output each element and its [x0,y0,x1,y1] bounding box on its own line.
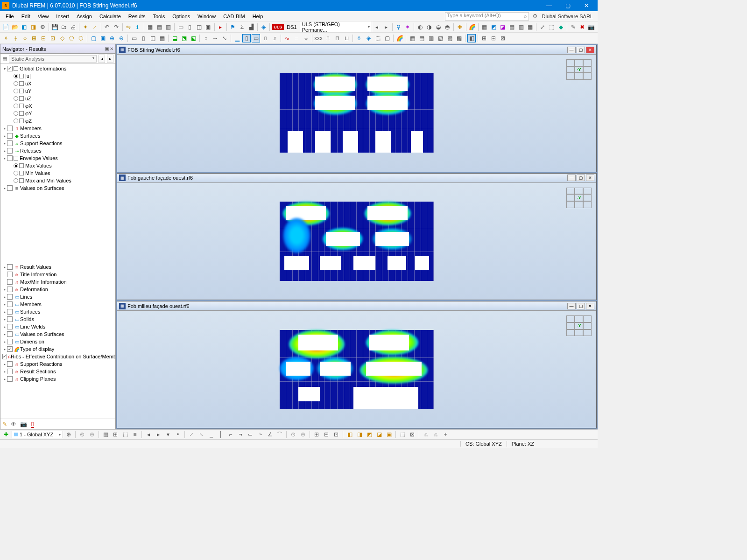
view-header-1[interactable]: ▦ FOB Stiring Wendel.rf6 —▢✕ [117,45,596,55]
tree-members[interactable]: Members [20,126,42,131]
bt-4[interactable]: ▦ [101,430,110,439]
d-12[interactable]: Ribs - Effective Contribution on Surface… [11,354,115,359]
bt-28[interactable]: ◨ [355,430,364,439]
t2-f[interactable]: ⊡ [49,34,57,42]
tree-ux[interactable]: uX [25,81,31,86]
cb-d6[interactable] [7,309,13,315]
tree-surfaces[interactable]: Surfaces [20,133,40,139]
shade-icon[interactable]: ◆ [557,23,565,31]
tab-views-icon[interactable]: 📷 [20,421,27,427]
menu-edit[interactable]: Edit [18,13,34,20]
cb-d0[interactable] [7,264,13,270]
bt-axis-icon[interactable]: ✚ [2,430,10,439]
d-14[interactable]: Result Sections [20,369,56,374]
flag-icon[interactable]: ⚑ [229,23,237,31]
t2-ag[interactable]: ⎍ [324,34,332,42]
show3-icon[interactable]: ◒ [434,23,443,31]
t2-v[interactable]: ↔ [211,34,219,42]
results-tree[interactable]: ▾Global Deformations |u| uX uY uZ φX φY … [0,64,115,419]
t2-ax[interactable]: ⊠ [499,34,507,42]
view-header-3[interactable]: ▦ Fob milieu façade ouest.rf6 —▢✕ [117,301,596,311]
cb-support[interactable] [7,140,13,146]
filter1-icon[interactable]: ⚲ [395,23,403,31]
t2-c[interactable]: ⟐ [21,34,29,42]
d-4[interactable]: Lines [20,294,32,300]
tree-u[interactable]: |u| [25,73,31,79]
info-icon[interactable]: ℹ [134,23,142,31]
t2-t[interactable]: ⬕ [189,34,197,42]
menu-assign[interactable]: Assign [73,13,96,20]
table3-icon[interactable]: ▥ [164,23,173,31]
d-11[interactable]: Type of display [20,346,54,352]
tools1-icon[interactable]: ✎ [569,23,578,31]
view-header-2[interactable]: ▦ Fob gauche façade ouest.rf6 —▢✕ [117,174,596,183]
redo-icon[interactable]: ↷ [112,23,120,31]
tab-display-icon[interactable]: 👁 [11,421,16,427]
show1-icon[interactable]: ◐ [416,23,424,31]
zoom-icon[interactable]: ⤢ [538,23,547,31]
win6-icon[interactable]: ▦ [526,23,535,31]
bt-33[interactable]: ⊠ [408,430,416,439]
node-icon[interactable]: ✦ [81,23,90,31]
bt-6[interactable]: ⬚ [121,430,129,439]
cb-envelope[interactable] [7,155,13,161]
bt-18[interactable]: ⌙ [246,430,254,439]
colormap-icon[interactable]: 🌈 [468,23,477,31]
t2-ac[interactable]: ∿ [283,34,291,42]
d-3[interactable]: Deformation [20,287,48,292]
rb-maxminv[interactable] [14,178,18,183]
cb-valsurf[interactable] [7,185,13,191]
cb-d13[interactable] [7,361,13,367]
cb-d1[interactable] [7,272,13,277]
view-max-2[interactable]: ▢ [577,175,585,181]
t2-aw[interactable]: ⊟ [489,34,498,42]
t2-m[interactable]: ⊖ [117,34,126,42]
cb-d7[interactable] [7,316,13,322]
cb-releases[interactable] [7,148,13,154]
doc3-icon[interactable]: ◫ [195,23,204,31]
view-max-1[interactable]: ▢ [577,47,585,53]
axis-icon[interactable]: ✚ [456,23,464,31]
bt-17[interactable]: ¬ [236,430,245,439]
cb-d15[interactable] [7,376,13,382]
menu-insert[interactable]: Insert [52,13,73,20]
cb-global-def[interactable] [7,66,13,71]
t2-h[interactable]: ⬠ [67,34,76,42]
d-6[interactable]: Surfaces [20,309,40,315]
tree-releases[interactable]: Releases [20,148,42,154]
bt-27[interactable]: ◧ [345,430,354,439]
tree-valsurf[interactable]: Values on Surfaces [20,185,64,191]
gear-icon[interactable]: ⚙ [38,23,47,31]
t2-as[interactable]: ▨ [445,34,454,42]
view-min-2[interactable]: — [567,175,576,181]
bt-16[interactable]: ⌐ [226,430,235,439]
view3d-icon[interactable]: ◈ [260,23,268,31]
show4-icon[interactable]: ◓ [443,23,451,31]
view-min-3[interactable]: — [567,303,576,309]
view-min-1[interactable]: — [567,47,576,53]
t2-p[interactable]: ◫ [148,34,157,42]
line-icon[interactable]: ⟋ [91,23,99,31]
table1-icon[interactable]: ▦ [146,23,155,31]
doc1-icon[interactable]: ▭ [176,23,185,31]
bt-24[interactable]: ⊞ [312,430,321,439]
cb-d2[interactable] [7,279,13,285]
menu-cadbim[interactable]: CAD-BIM [219,13,248,20]
bt-19[interactable]: ⌎ [256,430,264,439]
tree-minv[interactable]: Min Values [25,170,50,176]
tree-maxminv[interactable]: Max and Min Values [25,178,71,183]
chart-icon[interactable]: ▟ [247,23,255,31]
t2-o[interactable]: ▯ [139,34,148,42]
cb-d10[interactable] [7,339,13,344]
filter2-icon[interactable]: ✶ [403,23,412,31]
tree-phix[interactable]: φX [25,103,32,109]
rb-uy[interactable] [14,89,18,93]
d-0[interactable]: Result Values [20,264,51,270]
cb-members[interactable] [7,126,13,131]
win5-icon[interactable]: ▥ [517,23,525,31]
cb-d14[interactable] [7,369,13,374]
keyword-search[interactable]: Type a keyword (Alt+Q) [445,12,529,21]
t2-ar[interactable]: ▧ [436,34,444,42]
tree-global-def[interactable]: Global Deformations [20,66,66,71]
sigma-icon[interactable]: Σ [238,23,247,31]
